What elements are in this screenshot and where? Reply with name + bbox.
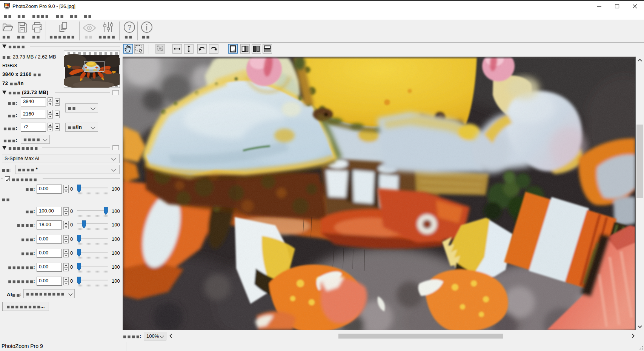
svg-text:?: ?	[128, 23, 132, 31]
